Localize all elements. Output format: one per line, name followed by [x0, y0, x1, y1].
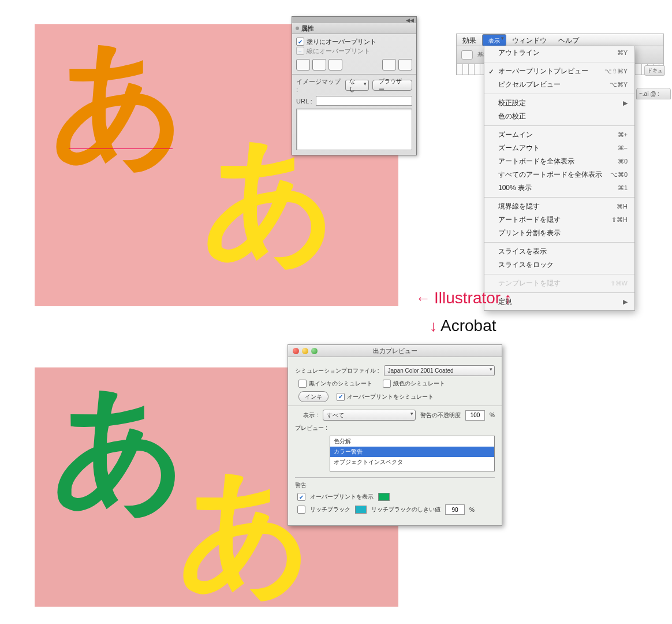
- menu-actual-size[interactable]: 100% 表示⌘1: [484, 181, 634, 195]
- menu-print-tiling[interactable]: プリント分割を表示: [484, 226, 634, 240]
- preview-opt-object-inspector[interactable]: オブジェクトインスペクタ: [330, 457, 494, 467]
- preview-opt-separations[interactable]: 色分解: [330, 436, 494, 447]
- annotation-illustrator: ← Illustrator ↑: [416, 289, 512, 307]
- menu-proof-colors[interactable]: 色の校正: [484, 110, 634, 123]
- zoom-icon[interactable]: [311, 348, 318, 354]
- show-overprint-label: オーバープリントを表示: [310, 493, 374, 501]
- menu-window[interactable]: ウィンドウ: [506, 34, 552, 46]
- show-select[interactable]: すべて: [323, 410, 416, 421]
- menu-lock-slices[interactable]: スライスをロック: [484, 258, 634, 272]
- menu-hide-edges[interactable]: 境界線を隠す⌘H: [484, 200, 634, 213]
- glyph-green: あ: [52, 380, 188, 513]
- fill-overprint-label: 塗りにオーバープリント: [307, 38, 376, 46]
- document-tab[interactable]: ~.ai @ :: [636, 88, 671, 99]
- warnings-heading: 警告: [295, 481, 495, 489]
- browser-button[interactable]: ブラウザー: [372, 80, 412, 91]
- glyph-orange: あ: [51, 35, 186, 168]
- panel-tab[interactable]: 属性: [292, 23, 416, 34]
- menu-help[interactable]: ヘルプ: [552, 34, 585, 46]
- dialog-body: シミュレーションプロファイル : Japan Color 2001 Coated…: [288, 357, 502, 525]
- preview-label: プレビュー :: [295, 424, 327, 432]
- menu-effects[interactable]: 効果: [457, 34, 482, 46]
- fill-overprint-checkbox[interactable]: ✔: [296, 38, 304, 46]
- percent-label-2: %: [469, 507, 475, 513]
- url-input[interactable]: [316, 96, 412, 106]
- icon-btn-4[interactable]: [382, 59, 396, 70]
- panel-title: 属性: [301, 24, 314, 33]
- url-list[interactable]: [296, 109, 412, 150]
- menu-bar[interactable]: 効果 表示 ウィンドウ ヘルプ: [456, 34, 664, 46]
- rich-black-swatch: [355, 506, 367, 514]
- traffic-lights: [293, 348, 318, 354]
- sim-paper-checkbox[interactable]: [383, 380, 391, 388]
- arrow-down-icon: ↓: [430, 317, 437, 335]
- dialog-titlebar[interactable]: 出力プレビュー: [288, 345, 502, 357]
- icon-btn-2[interactable]: [312, 59, 326, 70]
- icon-bar: [296, 59, 412, 70]
- dialog-title: 出力プレビュー: [288, 347, 502, 355]
- icon-btn-5[interactable]: [398, 59, 412, 70]
- rich-black-label: リッチブラック: [310, 506, 350, 514]
- panel-body: ✔ 塗りにオーバープリント − 線にオーバープリント イメージマップ : なし …: [292, 34, 416, 155]
- sim-black-ink-label: 黒インキのシミュレート: [309, 380, 372, 388]
- label-acrobat: Acrobat: [440, 317, 496, 335]
- menu-overprint-preview[interactable]: ✓ オーバープリントプレビュー⌥⇧⌘Y: [484, 65, 634, 78]
- menu-zoom-out[interactable]: ズームアウト⌘−: [484, 142, 634, 155]
- menu-outline[interactable]: アウトライン⌘Y: [484, 46, 634, 60]
- overprint-swatch: [378, 493, 390, 501]
- menu-pixel-preview[interactable]: ピクセルプレビュー⌥⌘Y: [484, 78, 634, 91]
- arrow-left-icon: ←: [416, 289, 431, 307]
- stroke-overprint-checkbox[interactable]: −: [296, 47, 304, 55]
- image-map-label: イメージマップ :: [296, 77, 342, 93]
- menu-show-slices[interactable]: スライスを表示: [484, 245, 634, 258]
- stroke-overprint-label: 線にオーバープリント: [307, 47, 370, 55]
- show-label: 表示 :: [295, 411, 318, 419]
- icon-btn-3[interactable]: [328, 59, 342, 70]
- sim-profile-label: シミュレーションプロファイル :: [295, 367, 379, 375]
- rich-black-thresh-label: リッチブラックのしきい値: [371, 506, 440, 514]
- attributes-panel[interactable]: ◀◀ 属性 ✔ 塗りにオーバープリント − 線にオーバープリント イメージマップ…: [292, 16, 417, 155]
- sim-overprint-label: オーバープリントをシミュレート: [347, 393, 434, 401]
- acrobat-output-preview-dialog[interactable]: 出力プレビュー シミュレーションプロファイル : Japan Color 200…: [288, 344, 502, 526]
- icon-btn-1[interactable]: [296, 59, 310, 70]
- menu-hide-artboards[interactable]: アートボードを隠す⇧⌘H: [484, 213, 634, 226]
- sim-overprint-checkbox[interactable]: ✔: [337, 393, 345, 401]
- check-icon: ✓: [488, 68, 494, 76]
- show-overprint-checkbox[interactable]: ✔: [297, 493, 305, 501]
- panel-tab-dot-icon: [296, 27, 299, 30]
- view-menu-dropdown[interactable]: アウトライン⌘Y ✓ オーバープリントプレビュー⌥⇧⌘Y ピクセルプレビュー⌥⌘…: [484, 46, 635, 311]
- url-label: URL :: [296, 98, 312, 105]
- side-panel-btn[interactable]: ドキュ: [644, 65, 665, 76]
- preview-opt-color-warnings[interactable]: カラー警告: [330, 447, 494, 457]
- ink-button[interactable]: インキ: [298, 391, 328, 402]
- rich-black-checkbox[interactable]: [297, 506, 305, 514]
- menu-hide-template: テンプレートを隠す⇧⌘W: [484, 277, 634, 290]
- menu-zoom-in[interactable]: ズームイン⌘+: [484, 128, 634, 142]
- warn-opacity-label: 警告の不透明度: [420, 411, 461, 419]
- rich-black-thresh-input[interactable]: [445, 504, 465, 515]
- menu-fit-all[interactable]: すべてのアートボードを全体表示⌥⌘0: [484, 168, 634, 181]
- label-illustrator: Illustrator: [434, 289, 501, 307]
- menu-fit-artboard[interactable]: アートボードを全体表示⌘0: [484, 155, 634, 168]
- red-underline: [69, 148, 173, 149]
- toolbar-seg-1[interactable]: [461, 50, 473, 60]
- warn-opacity-input[interactable]: [465, 410, 485, 421]
- preview-listbox[interactable]: 色分解 カラー警告 オブジェクトインスペクタ: [330, 436, 495, 471]
- arrow-up-icon: ↑: [504, 289, 512, 307]
- minimize-icon[interactable]: [302, 348, 308, 354]
- sim-black-ink-checkbox[interactable]: [298, 380, 307, 388]
- menu-view[interactable]: 表示: [482, 34, 506, 46]
- panel-drag-bar[interactable]: ◀◀: [292, 17, 416, 23]
- annotation-acrobat: ↓ Acrobat: [430, 317, 496, 335]
- close-icon[interactable]: [293, 348, 299, 354]
- image-map-select[interactable]: なし: [345, 80, 369, 91]
- panel-collapse-icon[interactable]: ◀◀: [406, 17, 414, 23]
- percent-label: %: [490, 412, 495, 418]
- sim-profile-select[interactable]: Japan Color 2001 Coated: [384, 365, 495, 376]
- menu-proof-setup[interactable]: 校正設定▶: [484, 96, 634, 110]
- sim-paper-label: 紙色のシミュレート: [393, 380, 445, 388]
